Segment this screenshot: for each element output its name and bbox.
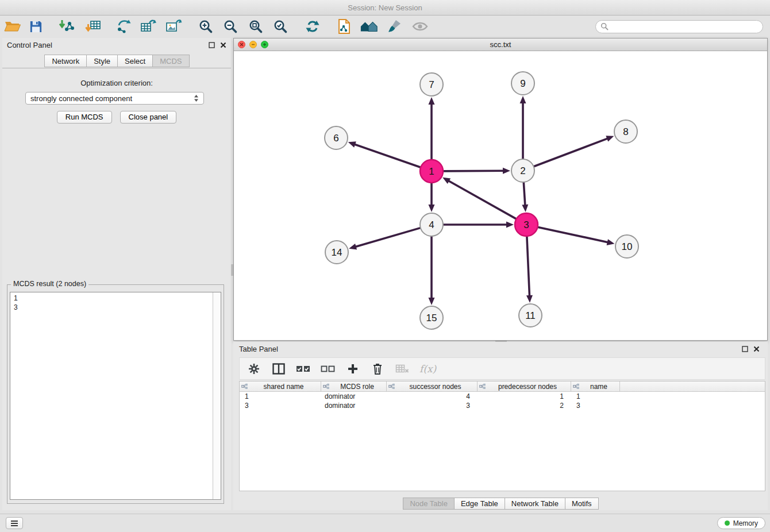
show-hide-eye-icon[interactable] bbox=[411, 17, 429, 36]
graph-node-4[interactable]: 4 bbox=[420, 213, 443, 236]
tab-style[interactable]: Style bbox=[86, 55, 118, 67]
graph-edge-1-6[interactable] bbox=[348, 141, 420, 167]
network-window-titlebar[interactable]: scc.txt bbox=[234, 38, 767, 51]
column-header-shared-name[interactable]: shared name bbox=[240, 381, 321, 391]
tab-edge-table[interactable]: Edge Table bbox=[454, 498, 505, 510]
minimize-window-button[interactable] bbox=[249, 41, 257, 48]
tab-node-table[interactable]: Node Table bbox=[403, 498, 455, 510]
tab-network[interactable]: Network bbox=[44, 55, 87, 67]
column-header-MCDS-role[interactable]: MCDS role bbox=[321, 381, 387, 391]
select-all-checkboxes-icon[interactable] bbox=[296, 361, 311, 376]
control-panel: Control Panel NetworkStyleSelectMCDS Opt… bbox=[2, 38, 231, 510]
column-header-predecessor-nodes[interactable]: predecessor nodes bbox=[478, 381, 571, 391]
graph-node-2[interactable]: 2 bbox=[511, 159, 534, 182]
graph-node-11[interactable]: 11 bbox=[519, 304, 542, 327]
split-columns-icon[interactable] bbox=[271, 361, 286, 376]
table-row[interactable]: 3dominator323 bbox=[240, 401, 765, 410]
network-home-icon[interactable] bbox=[360, 17, 378, 36]
graph-edge-3-11[interactable] bbox=[526, 237, 533, 303]
add-column-icon[interactable] bbox=[345, 361, 360, 376]
zoom-fit-icon[interactable] bbox=[247, 17, 265, 36]
zoom-selected-icon[interactable] bbox=[271, 17, 290, 36]
graph-edge-2-8[interactable] bbox=[534, 136, 614, 166]
search-input[interactable] bbox=[609, 22, 758, 30]
table-cell[interactable]: dominator bbox=[321, 392, 387, 400]
graph-node-8[interactable]: 8 bbox=[614, 120, 637, 143]
export-image-icon[interactable] bbox=[164, 17, 183, 36]
export-table-icon[interactable] bbox=[139, 17, 157, 36]
svg-text:1: 1 bbox=[429, 166, 434, 177]
graph-edge-1-2[interactable] bbox=[444, 168, 510, 174]
graph-node-6[interactable]: 6 bbox=[325, 126, 348, 149]
tab-motifs[interactable]: Motifs bbox=[565, 498, 599, 510]
delete-column-trash-icon[interactable] bbox=[370, 361, 385, 376]
graph-edge-4-14[interactable] bbox=[349, 228, 420, 250]
optimization-criterion-select[interactable]: strongly connected component bbox=[25, 92, 204, 105]
table-cell[interactable]: 1 bbox=[478, 392, 571, 400]
tab-select[interactable]: Select bbox=[117, 55, 153, 67]
column-header-successor-nodes[interactable]: successor nodes bbox=[387, 381, 478, 391]
graph-node-9[interactable]: 9 bbox=[511, 72, 534, 95]
table-cell[interactable]: 4 bbox=[387, 392, 478, 400]
graph-edge-4-3[interactable] bbox=[444, 222, 514, 228]
graph-edge-1-4[interactable] bbox=[429, 183, 435, 212]
graph-node-7[interactable]: 7 bbox=[420, 73, 443, 96]
network-canvas[interactable]: 7968124314101511 bbox=[234, 51, 767, 340]
open-session-icon[interactable] bbox=[3, 17, 22, 36]
graph-edge-3-10[interactable] bbox=[538, 227, 615, 245]
panel-menu-button[interactable] bbox=[6, 517, 23, 529]
table-tabs: Node TableEdge TableNetwork TableMotifs bbox=[233, 498, 768, 510]
table-settings-gear-icon[interactable] bbox=[247, 361, 261, 376]
graph-edge-2-3[interactable] bbox=[522, 183, 528, 212]
result-item[interactable]: 1 bbox=[10, 294, 221, 303]
table-cell[interactable]: 1 bbox=[571, 392, 620, 400]
tab-network-table[interactable]: Network Table bbox=[505, 498, 565, 510]
graph-node-15[interactable]: 15 bbox=[420, 306, 443, 329]
save-session-icon[interactable] bbox=[26, 17, 45, 36]
column-header-name[interactable]: name bbox=[571, 381, 620, 391]
mcds-result-list-container: 13 bbox=[10, 292, 221, 500]
result-scrollbar[interactable] bbox=[213, 292, 221, 499]
close-panel-button[interactable]: Close panel bbox=[120, 111, 177, 124]
svg-text:15: 15 bbox=[426, 313, 437, 323]
table-row[interactable]: 1dominator411 bbox=[240, 392, 765, 401]
clone-network-icon[interactable] bbox=[335, 17, 353, 36]
column-header-filler bbox=[620, 381, 765, 391]
table-cell[interactable]: 3 bbox=[387, 402, 478, 410]
close-panel-icon[interactable] bbox=[753, 346, 760, 352]
memory-button[interactable]: Memory bbox=[717, 517, 765, 529]
function-builder-icon: f(x) bbox=[419, 363, 436, 375]
zoom-in-icon[interactable] bbox=[197, 17, 215, 36]
float-panel-icon[interactable] bbox=[742, 346, 748, 352]
graph-node-10[interactable]: 10 bbox=[615, 235, 638, 258]
table-cell[interactable]: 2 bbox=[478, 402, 571, 410]
result-item[interactable]: 3 bbox=[10, 303, 221, 312]
svg-text:4: 4 bbox=[429, 219, 434, 230]
graph-edge-3-1[interactable] bbox=[442, 178, 516, 219]
run-mcds-button[interactable]: Run MCDS bbox=[57, 111, 112, 124]
clear-checkboxes-icon[interactable] bbox=[321, 361, 336, 376]
tab-mcds[interactable]: MCDS bbox=[152, 55, 189, 67]
graph-node-14[interactable]: 14 bbox=[325, 241, 348, 264]
import-table-icon[interactable] bbox=[84, 17, 103, 36]
refresh-view-icon[interactable] bbox=[303, 17, 322, 36]
toolbar-search[interactable] bbox=[595, 20, 763, 33]
export-network-icon[interactable] bbox=[114, 17, 133, 36]
table-cell[interactable]: 3 bbox=[240, 402, 321, 410]
close-panel-icon[interactable] bbox=[220, 42, 226, 48]
zoom-window-button[interactable] bbox=[261, 41, 268, 48]
graph-edge-1-7[interactable] bbox=[429, 97, 435, 159]
style-brush-icon[interactable] bbox=[385, 17, 403, 36]
svg-text:7: 7 bbox=[429, 79, 434, 90]
zoom-out-icon[interactable] bbox=[221, 17, 240, 36]
table-cell[interactable]: 3 bbox=[571, 402, 620, 410]
graph-edge-2-9[interactable] bbox=[520, 96, 526, 159]
graph-node-1[interactable]: 1 bbox=[420, 160, 443, 183]
table-cell[interactable]: dominator bbox=[321, 402, 387, 410]
table-cell[interactable]: 1 bbox=[240, 392, 321, 400]
import-network-icon[interactable] bbox=[57, 17, 76, 36]
float-panel-icon[interactable] bbox=[209, 42, 215, 48]
graph-edge-4-15[interactable] bbox=[429, 237, 435, 305]
close-window-button[interactable] bbox=[238, 41, 245, 48]
graph-node-3[interactable]: 3 bbox=[515, 213, 538, 236]
